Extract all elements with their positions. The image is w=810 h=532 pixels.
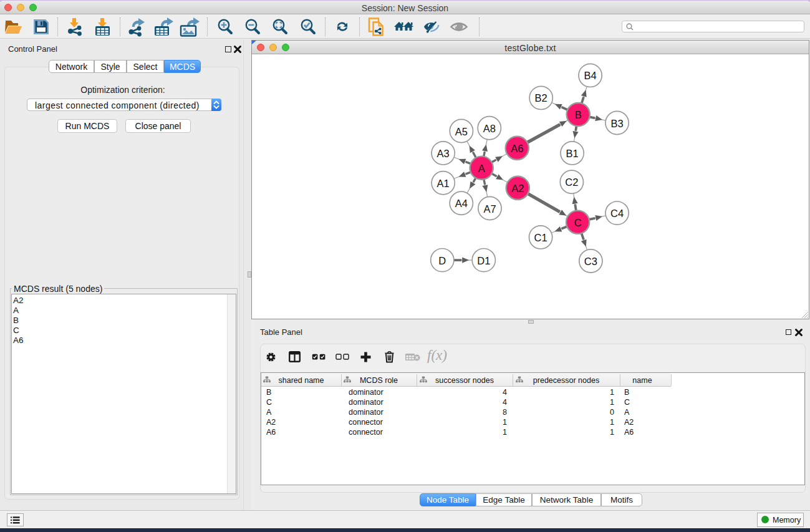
svg-text:D: D: [438, 255, 446, 266]
svg-text:A5: A5: [455, 126, 468, 137]
svg-text:B4: B4: [584, 70, 597, 81]
svg-text:C4: C4: [610, 208, 624, 219]
svg-text:A3: A3: [437, 148, 450, 159]
svg-text:A6: A6: [511, 143, 523, 154]
svg-text:A2: A2: [511, 183, 524, 194]
svg-text:C: C: [574, 217, 582, 228]
svg-text:B2: B2: [535, 92, 547, 104]
svg-text:A8: A8: [483, 123, 496, 134]
svg-text:C1: C1: [534, 232, 547, 243]
svg-text:A7: A7: [483, 203, 496, 215]
svg-text:C3: C3: [584, 256, 597, 267]
svg-text:B: B: [575, 109, 582, 120]
svg-text:C2: C2: [565, 177, 578, 188]
svg-text:D1: D1: [477, 255, 490, 266]
svg-text:B3: B3: [611, 118, 624, 129]
svg-text:B1: B1: [566, 148, 579, 159]
svg-text:A4: A4: [455, 198, 468, 209]
svg-text:A1: A1: [437, 178, 450, 189]
svg-text:A: A: [478, 163, 485, 174]
